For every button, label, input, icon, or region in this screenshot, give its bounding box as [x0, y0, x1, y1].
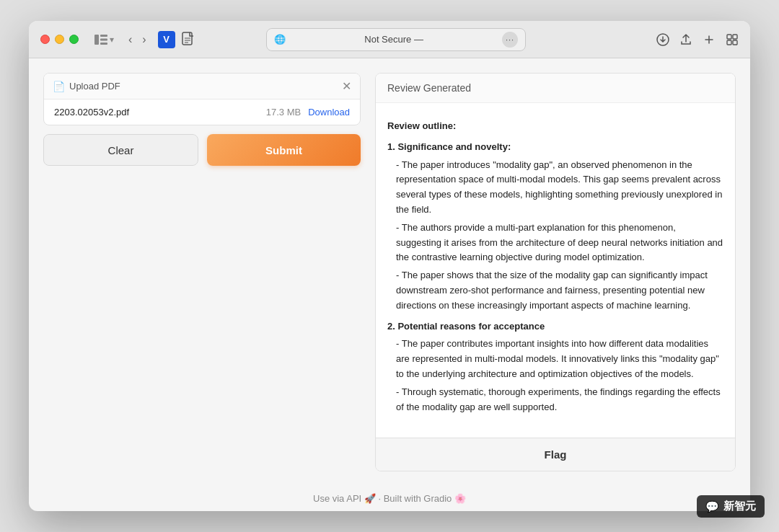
- download-link[interactable]: Download: [308, 107, 350, 118]
- close-button[interactable]: [40, 35, 50, 44]
- back-button[interactable]: ‹: [126, 32, 135, 48]
- submit-button[interactable]: Submit: [207, 134, 361, 166]
- file-size: 17.3 MB: [266, 107, 301, 118]
- file-row: 2203.02053v2.pdf 17.3 MB Download: [44, 99, 360, 125]
- flag-bar: Flag: [376, 438, 735, 471]
- footer: Use via API 🚀 · Built with Gradio 🌸: [29, 486, 750, 511]
- address-text: Not Secure —: [290, 34, 498, 45]
- upload-label: 📄 Upload PDF: [53, 81, 120, 92]
- svg-rect-1: [100, 35, 107, 37]
- upload-header: 📄 Upload PDF ✕: [44, 74, 360, 99]
- download-toolbar-btn[interactable]: [656, 33, 669, 46]
- chevron-down-icon: ▾: [110, 35, 114, 45]
- section-2-title: 2. Potential reasons for acceptance: [387, 319, 723, 334]
- new-tab-btn[interactable]: [703, 33, 716, 46]
- flag-button[interactable]: Flag: [545, 448, 567, 461]
- traffic-lights: [40, 35, 79, 44]
- sidebar-icon: [94, 35, 107, 45]
- forward-button[interactable]: ›: [139, 32, 149, 48]
- clear-button[interactable]: Clear: [43, 134, 198, 166]
- section-2-point-1: - The paper contributes important insigh…: [387, 337, 723, 381]
- section-1-point-3: - The paper shows that the size of the m…: [387, 268, 723, 313]
- footer-separator: ·: [378, 493, 381, 504]
- tabs-btn[interactable]: [726, 33, 739, 46]
- section-1-point-1: - The paper introduces "modality gap", a…: [387, 158, 723, 218]
- upload-close-btn[interactable]: ✕: [342, 79, 351, 93]
- address-bar-more[interactable]: ···: [502, 32, 518, 48]
- v-brand-icon: V: [158, 31, 175, 48]
- svg-rect-12: [733, 40, 737, 45]
- address-bar[interactable]: 🌐 Not Secure — ···: [266, 28, 526, 51]
- svg-rect-11: [727, 40, 731, 45]
- footer-api-text: Use via API: [313, 493, 361, 504]
- svg-rect-0: [94, 35, 99, 45]
- svg-rect-3: [100, 43, 107, 45]
- toolbar-right: [656, 33, 739, 46]
- share-btn[interactable]: [679, 33, 692, 46]
- upload-section: 📄 Upload PDF ✕ 2203.02053v2.pdf 17.3 MB …: [43, 73, 361, 125]
- footer-built-text: Built with Gradio: [384, 493, 452, 504]
- brand-icons: V: [158, 31, 197, 48]
- doc-icon: [180, 31, 197, 48]
- title-bar: ▾ ‹ › V 🌐 Not Secure — ···: [29, 21, 750, 58]
- wechat-badge: 💬 新智元: [697, 495, 765, 518]
- wechat-icon: 💬: [705, 500, 719, 513]
- file-name: 2203.02053v2.pdf: [54, 107, 259, 118]
- sidebar-toggle[interactable]: ▾: [94, 35, 114, 45]
- main-content: 📄 Upload PDF ✕ 2203.02053v2.pdf 17.3 MB …: [29, 58, 750, 486]
- footer-rocket-icon: 🚀: [364, 493, 379, 504]
- upload-label-text: Upload PDF: [69, 81, 120, 92]
- review-header: Review Generated: [376, 74, 735, 103]
- maximize-button[interactable]: [69, 35, 79, 44]
- review-outline-label: Review outline:: [387, 119, 723, 134]
- right-panel: Review Generated Review outline: 1. Sign…: [375, 73, 736, 471]
- review-body[interactable]: Review outline: 1. Significance and nove…: [376, 103, 735, 438]
- section-1-point-2: - The authors provide a multi-part expla…: [387, 221, 723, 265]
- nav-arrows: ‹ ›: [126, 32, 149, 48]
- footer-gradio-icon: 🌸: [454, 493, 466, 504]
- left-panel: 📄 Upload PDF ✕ 2203.02053v2.pdf 17.3 MB …: [43, 73, 361, 471]
- file-icon: 📄: [53, 81, 65, 92]
- minimize-button[interactable]: [55, 35, 64, 44]
- svg-rect-9: [727, 35, 731, 39]
- section-1-title: 1. Significance and novelty:: [387, 140, 723, 155]
- svg-rect-10: [733, 35, 737, 39]
- browser-window: ▾ ‹ › V 🌐 Not Secure — ···: [29, 21, 750, 511]
- globe-icon: 🌐: [274, 34, 286, 45]
- button-row: Clear Submit: [43, 134, 361, 166]
- section-2-point-2: - Through systematic, thorough experimen…: [387, 385, 723, 415]
- svg-rect-2: [100, 38, 107, 40]
- wechat-label: 新智元: [723, 500, 756, 513]
